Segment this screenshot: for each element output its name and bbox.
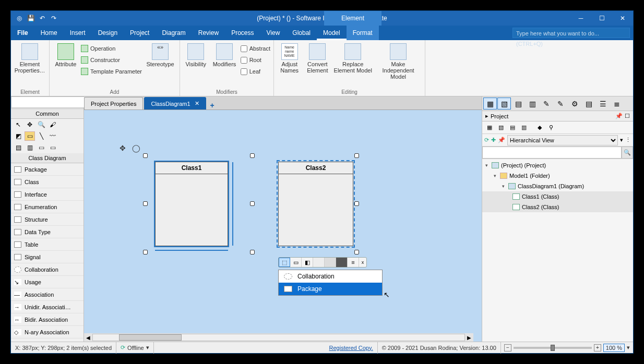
status-offline[interactable]: ⟳Offline▾ bbox=[116, 342, 154, 354]
leaf-checkbox[interactable]: Leaf bbox=[241, 66, 270, 77]
tool-zoom-icon[interactable]: 🔍 bbox=[36, 120, 46, 129]
convert-element-button[interactable]: Convert Element bbox=[304, 41, 331, 74]
popup-collaboration[interactable]: Collaboration bbox=[279, 270, 382, 283]
menu-review[interactable]: Review bbox=[192, 26, 225, 40]
menu-process[interactable]: Process bbox=[225, 26, 260, 40]
modifiers-button[interactable]: Modifiers bbox=[210, 41, 238, 67]
filter-icon[interactable]: ▾ bbox=[620, 137, 623, 143]
float-close-icon[interactable]: x bbox=[359, 258, 366, 267]
class2-box[interactable]: Class2 bbox=[278, 162, 353, 246]
tool-corner-icon[interactable]: ◩ bbox=[13, 131, 23, 141]
popup-package[interactable]: Package bbox=[279, 283, 382, 295]
tool-line-icon[interactable]: ╲ bbox=[36, 131, 46, 141]
menu-model[interactable]: Model bbox=[317, 26, 347, 40]
menu-project[interactable]: Project bbox=[124, 26, 156, 40]
handle-tl[interactable] bbox=[143, 153, 148, 158]
attribute-button[interactable]: Attribute bbox=[53, 41, 79, 67]
tool-rect-icon[interactable]: ▭ bbox=[36, 143, 46, 152]
project-search-input[interactable] bbox=[482, 147, 622, 159]
tab-close-icon[interactable]: ✕ bbox=[195, 100, 199, 107]
toolbox-item-signal[interactable]: Signal bbox=[11, 251, 84, 263]
float-add-icon[interactable]: ▭ bbox=[290, 258, 302, 267]
tree-class1[interactable]: Class1 (Class) bbox=[482, 191, 633, 202]
constructor-button[interactable]: Constructor bbox=[81, 55, 142, 65]
rtool-8-icon[interactable]: ▤ bbox=[582, 98, 595, 110]
toolbox-item-class[interactable]: Class bbox=[11, 176, 84, 188]
element-properties-button[interactable]: Element Properties… bbox=[14, 41, 45, 74]
rtool-10-icon[interactable]: ≣ bbox=[610, 98, 624, 110]
tool-format-painter-icon[interactable]: 🖌 bbox=[47, 120, 58, 129]
options-icon[interactable]: ⋮ bbox=[625, 137, 631, 143]
refresh-icon[interactable]: ⟳ bbox=[484, 137, 489, 143]
operation-button[interactable]: Operation bbox=[81, 43, 142, 54]
rtool-5-icon[interactable]: ✎ bbox=[540, 98, 553, 110]
menu-file[interactable]: File bbox=[11, 26, 34, 40]
toolbox-item-collaboration[interactable]: Collaboration bbox=[11, 263, 84, 276]
zoom-value[interactable]: 100 % bbox=[603, 344, 625, 352]
tree-model[interactable]: ▾Model1 (Folder) bbox=[482, 171, 633, 181]
new-tab-button[interactable]: + bbox=[207, 101, 218, 110]
tool-paper-icon[interactable]: ▭ bbox=[47, 143, 58, 152]
zoom-dropdown-icon[interactable]: ▾ bbox=[627, 344, 630, 351]
pin-icon[interactable]: 📌 bbox=[615, 113, 623, 119]
toolbox-item-package[interactable]: Package bbox=[11, 163, 84, 176]
menu-format[interactable]: Format bbox=[347, 26, 379, 40]
zoom-out-button[interactable]: − bbox=[504, 344, 511, 351]
toolbox-search-input[interactable] bbox=[11, 96, 88, 108]
pt-add-diagram-icon[interactable]: ▦ bbox=[484, 123, 495, 132]
tree-diagram[interactable]: ▾ClassDiagram1 (Diagram) bbox=[482, 181, 633, 191]
class1-box[interactable]: Class1 bbox=[155, 162, 228, 246]
float-color3-icon[interactable] bbox=[336, 258, 348, 267]
visibility-button[interactable]: Visibility bbox=[183, 41, 208, 67]
zoom-slider[interactable] bbox=[514, 347, 592, 349]
toolbox-item-interface[interactable]: Interface bbox=[11, 188, 84, 201]
menu-home[interactable]: Home bbox=[34, 26, 64, 40]
replace-element-model-button[interactable]: Replace Element Model bbox=[333, 41, 373, 74]
zoom-thumb[interactable] bbox=[551, 345, 555, 351]
tree-class2[interactable]: Class2 (Class) bbox=[482, 202, 633, 212]
handle2-br[interactable] bbox=[354, 250, 359, 254]
toolbox-item-association[interactable]: —Association bbox=[11, 288, 84, 301]
pt-add-folder-icon[interactable]: ▧ bbox=[496, 123, 506, 132]
add-green-icon[interactable]: ✚ bbox=[491, 137, 496, 143]
float-color2-icon[interactable] bbox=[325, 258, 336, 267]
pt-sort-icon[interactable]: ◆ bbox=[534, 123, 545, 132]
abstract-checkbox[interactable]: Abstract bbox=[241, 43, 270, 54]
toolbox-item-bidir-association[interactable]: ↔Bidir. Association bbox=[11, 313, 84, 326]
rotate-handle-icon[interactable]: ◯ bbox=[132, 144, 140, 152]
float-container-icon[interactable]: ⬚ bbox=[279, 258, 290, 267]
pt-add-model-icon[interactable]: ▤ bbox=[507, 123, 518, 132]
rtool-1-icon[interactable]: ▦ bbox=[483, 98, 497, 110]
rtool-3-icon[interactable]: ▤ bbox=[511, 98, 525, 110]
maximize-pane-icon[interactable]: ☐ bbox=[625, 113, 630, 119]
toolbox-item-nary-association[interactable]: ◇N-ary Association bbox=[11, 326, 84, 338]
status-registered[interactable]: Registered Copy. bbox=[325, 342, 378, 354]
adjust-names-button[interactable]: NamenameNAME Adjust Names bbox=[277, 41, 302, 74]
view-select[interactable]: Hierarchical View bbox=[507, 135, 618, 145]
menu-diagram[interactable]: Diagram bbox=[156, 26, 192, 40]
tree-project[interactable]: ▾(Project) (Project) bbox=[482, 160, 633, 171]
horizontal-scrollbar[interactable]: ◀▶ bbox=[84, 333, 473, 342]
pt-find-icon[interactable]: ⚲ bbox=[546, 123, 556, 132]
float-list-icon[interactable]: ≡ bbox=[348, 258, 359, 267]
make-independent-model-button[interactable]: Make Independent Model bbox=[375, 41, 422, 80]
canvas[interactable]: ✥ ◯ Class1 bbox=[84, 110, 482, 342]
float-color1-icon[interactable] bbox=[313, 258, 325, 267]
zoom-in-button[interactable]: + bbox=[594, 344, 601, 351]
rtool-7-icon[interactable]: ⚙ bbox=[568, 98, 581, 110]
pt-delete-icon[interactable]: ▥ bbox=[519, 123, 529, 132]
handle2-tr[interactable] bbox=[354, 153, 359, 158]
close-button[interactable]: ✕ bbox=[612, 11, 633, 26]
root-checkbox[interactable]: Root bbox=[241, 55, 270, 65]
handle-mr[interactable] bbox=[250, 201, 255, 206]
floating-toolbar[interactable]: ⬚ ▭ ◧ ≡ x bbox=[278, 257, 367, 268]
pin2-icon[interactable]: 📌 bbox=[498, 137, 505, 143]
tab-classdiagram1[interactable]: ClassDiagram1✕ bbox=[144, 97, 206, 110]
toolbox-item-data-type[interactable]: Data Type bbox=[11, 226, 84, 238]
handle-tr[interactable] bbox=[250, 153, 255, 158]
minimize-button[interactable]: ─ bbox=[570, 11, 591, 26]
handle-bl[interactable] bbox=[143, 250, 148, 254]
move-handle-icon[interactable]: ✥ bbox=[120, 144, 126, 152]
handle2-mr[interactable] bbox=[354, 201, 359, 206]
tell-me-search[interactable]: Type here what you want to do... (CTRL+Q… bbox=[512, 28, 630, 38]
